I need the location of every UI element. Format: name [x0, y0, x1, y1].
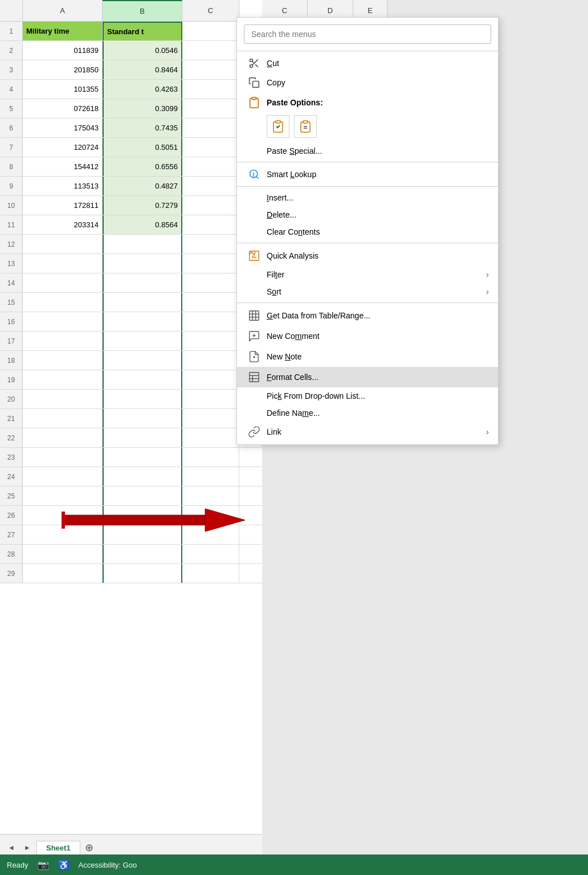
menu-item-quick-analysis[interactable]: Quick Analysis [237, 246, 498, 266]
menu-item-paste-options-label: Paste Options: [267, 98, 489, 107]
menu-item-paste-special[interactable]: Paste Special... [237, 142, 498, 160]
col-header-c-left[interactable]: C [182, 0, 239, 22]
new-comment-icon [246, 330, 262, 342]
menu-search-input[interactable] [244, 24, 491, 44]
menu-divider-3 [237, 243, 498, 243]
row-number: 10 [0, 196, 23, 215]
table-row: 9 113513 0.4827 [0, 177, 262, 196]
cell-b8[interactable]: 0.6556 [103, 157, 182, 176]
cell-a1[interactable]: Military time [23, 22, 103, 40]
col-header-b[interactable]: B [103, 0, 182, 22]
col-header-row: A B C [0, 0, 262, 22]
filter-submenu-arrow: › [486, 270, 489, 279]
cell-b7[interactable]: 0.5051 [103, 138, 182, 157]
paste-btn-1[interactable] [267, 115, 289, 138]
cell-c3[interactable] [182, 60, 239, 79]
menu-item-pick-dropdown[interactable]: Pick From Drop-down List... [237, 387, 498, 404]
menu-item-sort[interactable]: Sort › [237, 283, 498, 300]
scissors-icon [246, 58, 262, 69]
cell-a9[interactable]: 113513 [23, 177, 103, 195]
status-icon-camera: 📷 [38, 860, 49, 870]
row-number: 8 [0, 157, 23, 176]
svg-rect-25 [250, 373, 259, 382]
col-header-a[interactable]: A [23, 0, 103, 22]
cell-c9[interactable] [182, 177, 239, 195]
cell-a10[interactable]: 172811 [23, 196, 103, 215]
sheet-tab-sheet1[interactable]: Sheet1 [36, 841, 80, 854]
cell-c10[interactable] [182, 196, 239, 215]
table-row: 14 [0, 273, 262, 293]
row-number: 28 [0, 545, 23, 563]
menu-item-new-comment[interactable]: New Comment [237, 326, 498, 346]
menu-item-cut[interactable]: Cut [237, 54, 498, 73]
menu-item-format-cells-label: Format Cells... [267, 373, 489, 382]
menu-item-paste-options: Paste Options: [237, 92, 498, 113]
cell-a7[interactable]: 120724 [23, 138, 103, 157]
cell-c1[interactable] [182, 22, 239, 40]
menu-item-format-cells[interactable]: Format Cells... [237, 367, 498, 387]
svg-rect-7 [276, 121, 280, 123]
row-number: 18 [0, 351, 23, 370]
menu-item-clear-contents[interactable]: Clear Contents [237, 223, 498, 240]
sheet-nav-left[interactable]: ◄ [5, 841, 18, 854]
row-number: 4 [0, 80, 23, 99]
menu-item-filter[interactable]: Filter › [237, 266, 498, 283]
new-note-icon [246, 350, 262, 363]
cell-a4[interactable]: 101355 [23, 80, 103, 99]
cell-b4[interactable]: 0.4263 [103, 80, 182, 99]
cell-b5[interactable]: 0.3099 [103, 99, 182, 118]
cell-b10[interactable]: 0.7279 [103, 196, 182, 215]
menu-item-link[interactable]: Link › [237, 422, 498, 442]
menu-item-insert[interactable]: Insert... [237, 189, 498, 206]
cell-c11[interactable] [182, 215, 239, 234]
menu-item-cut-label: Cut [267, 59, 489, 68]
row-number: 29 [0, 564, 23, 583]
cell-c4[interactable] [182, 80, 239, 99]
cell-a2[interactable]: 011839 [23, 41, 103, 60]
table-row: 12 [0, 235, 262, 254]
cell-a5[interactable]: 072618 [23, 99, 103, 118]
row-number: 3 [0, 60, 23, 79]
row-number: 14 [0, 273, 23, 292]
paste-icons-row [267, 115, 489, 138]
cell-b2[interactable]: 0.0546 [103, 41, 182, 60]
copy-icon [246, 77, 262, 88]
menu-item-define-name[interactable]: Define Name... [237, 404, 498, 422]
cell-c5[interactable] [182, 99, 239, 118]
cell-c2[interactable] [182, 41, 239, 60]
menu-item-smart-lookup[interactable]: Smart Lookup [237, 165, 498, 184]
status-ready: Ready [7, 861, 28, 869]
cell-a8[interactable]: 154412 [23, 157, 103, 176]
table-row: 6 175043 0.7435 [0, 118, 262, 138]
cell-b1[interactable]: Standard t [103, 22, 182, 40]
menu-item-get-data[interactable]: Get Data from Table/Range... [237, 305, 498, 326]
menu-item-smart-lookup-label: Smart Lookup [267, 170, 489, 179]
cell-b9[interactable]: 0.4827 [103, 177, 182, 195]
cell-b3[interactable]: 0.8464 [103, 60, 182, 79]
cell-c7[interactable] [182, 138, 239, 157]
row-number: 9 [0, 177, 23, 195]
cell-c8[interactable] [182, 157, 239, 176]
sheet-nav-right[interactable]: ► [21, 841, 34, 854]
menu-item-define-name-label: Define Name... [267, 408, 489, 418]
table-row: 28 [0, 545, 262, 564]
paste-btn-2[interactable] [294, 115, 317, 138]
cell-b11[interactable]: 0.8564 [103, 215, 182, 234]
sheet-add-button[interactable]: ⊕ [83, 841, 96, 854]
cell-b6[interactable]: 0.7435 [103, 118, 182, 137]
menu-item-pick-dropdown-label: Pick From Drop-down List... [267, 391, 489, 400]
spreadsheet: A B C 1 Military time Standard t 2 01183… [0, 0, 262, 875]
menu-item-new-note[interactable]: New Note [237, 346, 498, 367]
cell-a6[interactable]: 175043 [23, 118, 103, 137]
link-submenu-arrow: › [486, 427, 489, 436]
menu-item-filter-label: Filter [267, 270, 486, 279]
cell-a3[interactable]: 201850 [23, 60, 103, 79]
menu-item-get-data-label: Get Data from Table/Range... [267, 311, 489, 320]
cell-a11[interactable]: 203314 [23, 215, 103, 234]
cell-c6[interactable] [182, 118, 239, 137]
data-rows: 1 Military time Standard t 2 011839 0.05… [0, 22, 262, 583]
table-row: 5 072618 0.3099 [0, 99, 262, 118]
menu-item-delete[interactable]: Delete... [237, 206, 498, 223]
menu-item-copy[interactable]: Copy [237, 73, 498, 92]
table-row: 7 120724 0.5051 [0, 138, 262, 157]
